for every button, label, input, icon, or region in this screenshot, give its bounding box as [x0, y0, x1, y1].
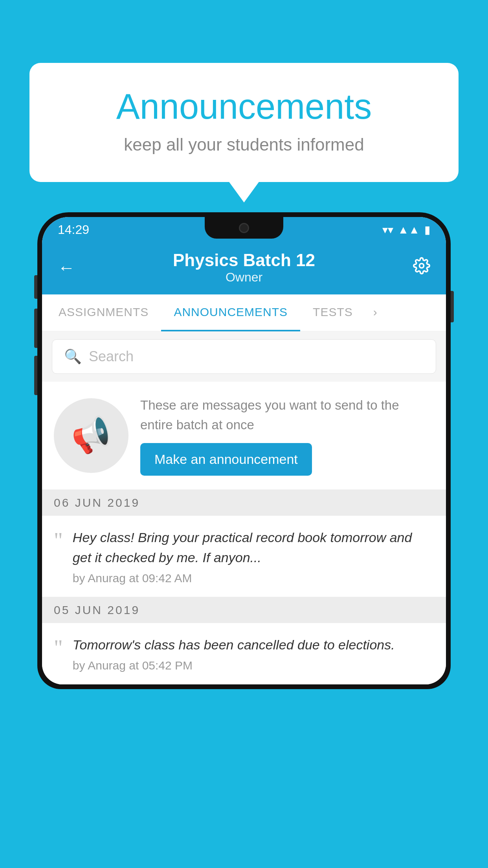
promo-card: 📢 These are messages you want to send to…	[42, 382, 446, 490]
back-button[interactable]: ←	[58, 258, 75, 278]
front-camera	[239, 223, 249, 233]
batch-title: Physics Batch 12	[173, 250, 315, 270]
tab-tests[interactable]: TESTS	[300, 294, 365, 331]
announcements-subtitle: keep all your students informed	[61, 135, 427, 154]
phone-mockup: 14:29 ▾▾ ▲▲ ▮ ← Physics Batch 12 Owner	[37, 212, 451, 868]
header-title-group: Physics Batch 12 Owner	[173, 250, 315, 285]
speech-bubble: Announcements keep all your students inf…	[29, 63, 459, 182]
settings-button[interactable]	[413, 257, 430, 278]
batch-subtitle: Owner	[173, 270, 315, 285]
search-bar[interactable]: 🔍 Search	[52, 339, 436, 374]
announcements-title: Announcements	[61, 86, 427, 127]
volume-down-button	[34, 356, 37, 395]
date-separator-1: 06 JUN 2019	[42, 490, 446, 516]
announcement-icon-circle: 📢	[54, 398, 128, 473]
power-button	[451, 291, 454, 322]
announcement-meta-2: by Anurag at 05:42 PM	[73, 659, 434, 672]
announcement-content-1: Hey class! Bring your practical record b…	[73, 528, 434, 585]
tab-announcements[interactable]: ANNOUNCEMENTS	[161, 294, 300, 331]
phone-screen: 14:29 ▾▾ ▲▲ ▮ ← Physics Batch 12 Owner	[42, 217, 446, 684]
promo-description: These are messages you want to send to t…	[140, 395, 434, 434]
tab-more[interactable]: ›	[365, 294, 385, 331]
megaphone-icon: 📢	[68, 413, 115, 459]
date-separator-2: 05 JUN 2019	[42, 597, 446, 623]
wifi-icon: ▾▾	[382, 223, 393, 236]
app-header: ← Physics Batch 12 Owner	[42, 243, 446, 294]
tab-assignments[interactable]: ASSIGNMENTS	[46, 294, 161, 331]
quote-icon-2: "	[54, 637, 63, 659]
battery-icon: ▮	[424, 223, 430, 236]
promo-content: These are messages you want to send to t…	[140, 395, 434, 476]
quote-icon: "	[54, 530, 63, 552]
svg-point-0	[420, 263, 424, 268]
announcement-text-1: Hey class! Bring your practical record b…	[73, 528, 434, 568]
announcement-meta-1: by Anurag at 09:42 AM	[73, 572, 434, 585]
status-icons: ▾▾ ▲▲ ▮	[382, 223, 430, 236]
search-placeholder: Search	[89, 348, 134, 365]
speech-bubble-container: Announcements keep all your students inf…	[29, 63, 459, 182]
search-container: 🔍 Search	[42, 331, 446, 382]
phone-outer: 14:29 ▾▾ ▲▲ ▮ ← Physics Batch 12 Owner	[37, 212, 451, 689]
mute-button	[34, 275, 37, 299]
tabs-bar: ASSIGNMENTS ANNOUNCEMENTS TESTS ›	[42, 294, 446, 331]
announcement-text-2: Tomorrow's class has been cancelled due …	[73, 635, 434, 655]
search-icon: 🔍	[64, 348, 82, 365]
status-time: 14:29	[58, 223, 89, 237]
announcement-item-1[interactable]: " Hey class! Bring your practical record…	[42, 516, 446, 597]
announcement-item-2[interactable]: " Tomorrow's class has been cancelled du…	[42, 623, 446, 684]
phone-notch	[205, 217, 283, 239]
make-announcement-button[interactable]: Make an announcement	[140, 443, 312, 476]
volume-up-button	[34, 309, 37, 348]
announcement-content-2: Tomorrow's class has been cancelled due …	[73, 635, 434, 672]
signal-icon: ▲▲	[398, 224, 420, 236]
